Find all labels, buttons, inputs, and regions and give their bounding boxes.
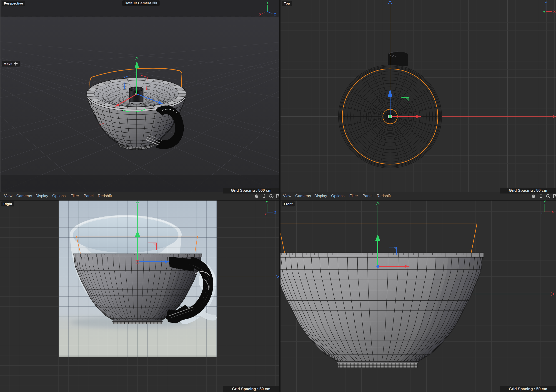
svg-text:Y: Y: [544, 201, 546, 204]
svg-text:Z: Z: [545, 0, 547, 4]
svg-text:Y: Y: [266, 201, 268, 204]
svg-text:Z: Z: [274, 210, 276, 214]
svg-text:Z: Z: [541, 211, 543, 215]
svg-text:X: X: [259, 12, 261, 16]
svg-text:Y: Y: [266, 1, 269, 5]
svg-text:X: X: [551, 210, 554, 214]
svg-text:X: X: [264, 212, 267, 216]
svg-text:X: X: [553, 9, 556, 13]
svg-text:Z: Z: [274, 12, 276, 16]
svg-text:Y: Y: [543, 10, 545, 14]
